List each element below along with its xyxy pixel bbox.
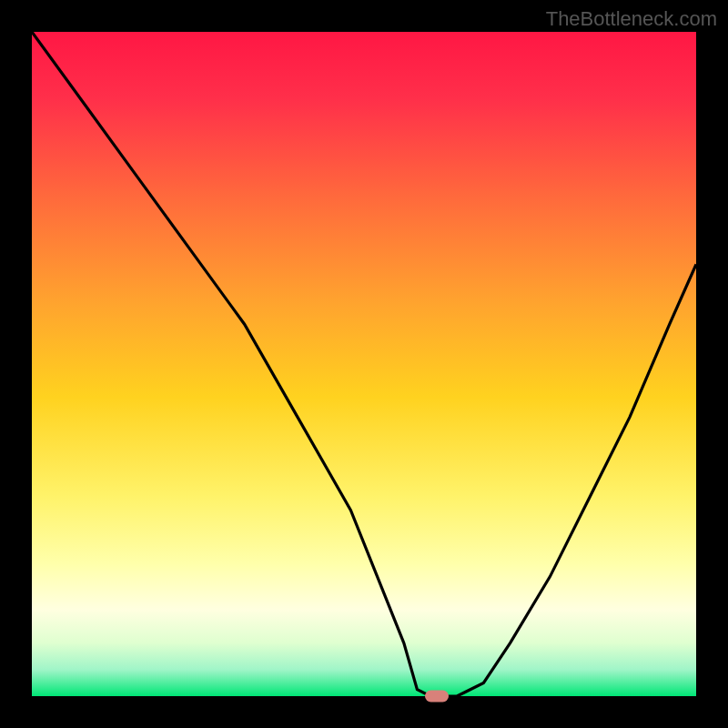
watermark-text: TheBottleneck.com <box>546 7 717 31</box>
optimal-marker <box>425 691 449 703</box>
bottleneck-curve <box>32 32 696 696</box>
plot-area <box>32 32 696 696</box>
